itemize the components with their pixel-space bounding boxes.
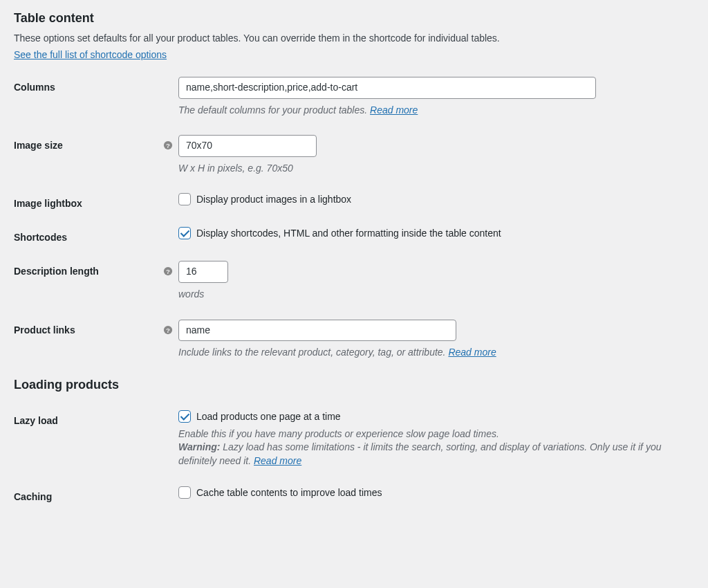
shortcode-options-link[interactable]: See the full list of shortcode options	[14, 49, 167, 60]
columns-label: Columns	[14, 82, 55, 93]
section-intro: These options set defaults for all your …	[14, 33, 694, 44]
description-length-label: Description length	[14, 266, 99, 277]
columns-input[interactable]	[178, 77, 596, 99]
image-size-desc: W x H in pixels, e.g. 70x50	[178, 162, 694, 176]
image-size-label: Image size	[14, 140, 63, 151]
description-length-desc: words	[178, 288, 694, 302]
columns-desc: The default columns for your product tab…	[178, 104, 694, 118]
section-heading-loading-products: Loading products	[14, 378, 694, 392]
svg-text:?: ?	[166, 142, 170, 149]
lazy-load-readmore-link[interactable]: Read more	[254, 455, 301, 466]
shortcodes-checkbox[interactable]	[178, 227, 191, 239]
caching-label: Caching	[14, 491, 52, 502]
help-icon[interactable]: ?	[163, 140, 173, 150]
help-icon[interactable]: ?	[163, 325, 173, 335]
product-links-desc: Include links to the relevant product, c…	[178, 346, 694, 360]
help-icon[interactable]: ?	[163, 266, 173, 276]
image-lightbox-checkbox[interactable]	[178, 193, 191, 205]
lazy-load-label: Lazy load	[14, 415, 58, 426]
svg-text:?: ?	[166, 268, 170, 275]
lazy-load-desc: Enable this if you have many products or…	[178, 428, 694, 468]
section-heading-table-content: Table content	[14, 11, 694, 26]
image-lightbox-checkbox-label: Display product images in a lightbox	[196, 194, 351, 205]
shortcodes-checkbox-label: Display shortcodes, HTML and other forma…	[196, 228, 501, 239]
caching-checkbox-label: Cache table contents to improve load tim…	[196, 487, 382, 498]
lazy-load-checkbox[interactable]	[178, 410, 191, 423]
product-links-readmore-link[interactable]: Read more	[448, 347, 496, 358]
image-size-input[interactable]	[178, 135, 317, 157]
lazy-load-checkbox-label: Load products one page at a time	[196, 411, 341, 422]
image-lightbox-label: Image lightbox	[14, 198, 82, 209]
product-links-label: Product links	[14, 324, 75, 336]
caching-checkbox[interactable]	[178, 486, 191, 499]
description-length-input[interactable]	[178, 261, 228, 283]
shortcodes-label: Shortcodes	[14, 232, 67, 243]
columns-readmore-link[interactable]: Read more	[370, 104, 418, 116]
product-links-input[interactable]	[178, 320, 456, 342]
svg-text:?: ?	[166, 326, 170, 333]
